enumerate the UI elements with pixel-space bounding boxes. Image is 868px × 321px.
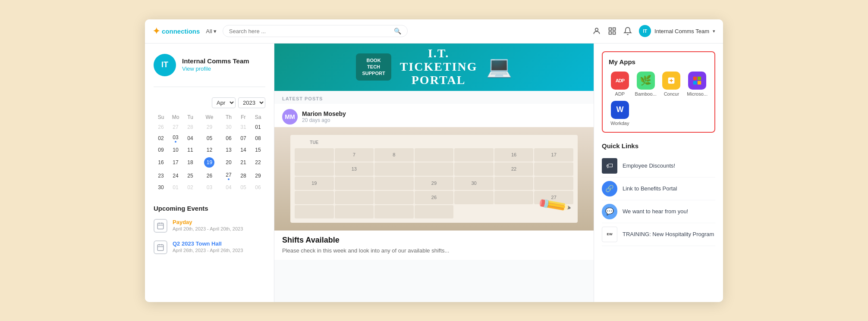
cal-day[interactable]: 04 — [221, 182, 236, 193]
quick-link-benefits[interactable]: 🔗 Link to Benefits Portal — [602, 178, 715, 200]
logo-text: connections — [162, 28, 200, 35]
cal-day[interactable]: 14 — [236, 145, 251, 155]
profile-icon-btn[interactable] — [592, 27, 601, 35]
svg-rect-14 — [693, 76, 697, 80]
cal-day[interactable]: 05 — [236, 182, 251, 193]
cal-day[interactable]: 31 — [236, 122, 251, 132]
main-layout: IT Internal Comms Team View profile Apr … — [145, 44, 723, 302]
cal-day[interactable]: 15 — [251, 145, 265, 155]
cal-day[interactable]: 17 — [168, 155, 183, 170]
user-name-nav: Internal Comms Team — [654, 28, 709, 34]
cal-day[interactable]: 26 — [154, 122, 168, 132]
cal-day[interactable]: 19 — [198, 155, 221, 170]
cal-day[interactable]: 09 — [154, 145, 168, 155]
logo[interactable]: ✦ connections — [153, 26, 200, 36]
post-author-avatar: MM — [282, 109, 298, 125]
cal-day[interactable]: 13 — [221, 145, 236, 155]
app-item-microsoft[interactable]: Microso... — [686, 72, 708, 97]
cal-day[interactable]: 02 — [183, 182, 198, 193]
search-input[interactable] — [229, 28, 391, 34]
cal-day[interactable]: 23 — [154, 170, 168, 182]
app-item-bamboo[interactable]: 🌿 Bamboo... — [635, 72, 657, 97]
svg-rect-2 — [613, 28, 616, 31]
cal-day[interactable]: 29 — [251, 170, 265, 182]
cal-day[interactable]: 05 — [198, 132, 221, 145]
cal-day[interactable]: 07 — [236, 132, 251, 145]
banner[interactable]: BOOK TECH SUPPORT I.T.TICKETINGPORTAL 💻 — [274, 44, 594, 91]
cal-day[interactable]: 06 — [221, 132, 236, 145]
cal-day[interactable]: 22 — [251, 155, 265, 170]
cal-day[interactable]: 03 — [168, 132, 183, 145]
post-card: MM Marion Moseby 20 days ago TUE — [274, 104, 594, 260]
cal-day[interactable]: 29 — [198, 122, 221, 132]
apps-grid-row2: W Workday — [609, 101, 708, 126]
quick-link-training[interactable]: EW TRAINING: New Hospitality Program — [602, 223, 715, 246]
post-time: 20 days ago — [302, 117, 346, 123]
svg-rect-16 — [693, 81, 697, 84]
cal-day[interactable]: 24 — [168, 170, 183, 182]
svg-rect-4 — [613, 32, 616, 34]
svg-rect-17 — [698, 81, 701, 84]
filter-dropdown[interactable]: All ▾ — [206, 28, 216, 34]
profile-name: Internal Comms Team — [182, 57, 249, 65]
app-item-workday[interactable]: W Workday — [609, 101, 631, 126]
nav-icons: IT Internal Comms Team ▾ — [592, 25, 715, 37]
quick-link-discounts[interactable]: 🏷 Employee Discounts! — [602, 155, 715, 178]
cal-day[interactable]: 18 — [183, 155, 198, 170]
event-title-payday[interactable]: Payday — [173, 219, 243, 225]
cal-header-th: Th — [221, 112, 236, 122]
app-label-bamboo: Bamboo... — [635, 91, 657, 97]
app-item-concur[interactable]: Concur — [660, 72, 683, 97]
quick-link-feedback[interactable]: 💬 We want to hear from you! — [602, 200, 715, 223]
app-label-adp: ADP — [615, 91, 625, 97]
app-item-adp[interactable]: ADP ADP — [609, 72, 631, 97]
cal-day[interactable]: 25 — [183, 170, 198, 182]
event-title-townhall[interactable]: Q2 2023 Town Hall — [173, 240, 243, 247]
cal-day[interactable]: 03 — [198, 182, 221, 193]
adp-icon: ADP — [611, 72, 629, 90]
app-label-microsoft: Microso... — [687, 91, 708, 97]
cal-day[interactable]: 02 — [154, 132, 168, 145]
banner-book-label-3: SUPPORT — [362, 71, 385, 76]
cal-header-mo: Mo — [168, 112, 183, 122]
event-dates-payday: April 20th, 2023 - April 20th, 2023 — [173, 226, 243, 231]
cal-day[interactable]: 21 — [236, 155, 251, 170]
logo-icon: ✦ — [153, 26, 160, 36]
cal-day[interactable]: 16 — [154, 155, 168, 170]
profile-info: Internal Comms Team View profile — [182, 57, 249, 72]
cal-day[interactable]: 10 — [168, 145, 183, 155]
cal-day[interactable]: 30 — [221, 122, 236, 132]
user-icon — [592, 27, 601, 35]
month-select[interactable]: Apr — [212, 97, 236, 108]
post-header: MM Marion Moseby 20 days ago — [274, 104, 594, 127]
cal-day[interactable]: 01 — [251, 122, 265, 132]
view-profile-link[interactable]: View profile — [182, 65, 211, 72]
post-author-name: Marion Moseby — [302, 110, 346, 117]
cal-day[interactable]: 27 — [221, 170, 236, 182]
cal-day[interactable]: 27 — [168, 122, 183, 132]
upcoming-events-section: Upcoming Events Payday April 20th, 2023 … — [154, 205, 265, 254]
my-apps-title: My Apps — [609, 58, 708, 65]
cal-day[interactable]: 08 — [251, 132, 265, 145]
cal-day[interactable]: 11 — [183, 145, 198, 155]
cal-day[interactable]: 26 — [198, 170, 221, 182]
svg-rect-5 — [157, 223, 164, 229]
cal-day[interactable]: 12 — [198, 145, 221, 155]
concur-icon — [662, 72, 680, 90]
year-select[interactable]: 2023 — [238, 97, 265, 108]
svg-rect-15 — [698, 76, 701, 80]
cal-day[interactable]: 04 — [183, 132, 198, 145]
user-badge[interactable]: IT Internal Comms Team ▾ — [639, 25, 715, 37]
cal-day[interactable]: 20 — [221, 155, 236, 170]
cal-day[interactable]: 28 — [236, 170, 251, 182]
cal-day[interactable]: 28 — [183, 122, 198, 132]
cal-day[interactable]: 30 — [154, 182, 168, 193]
cal-day[interactable]: 06 — [251, 182, 265, 193]
cal-day[interactable]: 01 — [168, 182, 183, 193]
search-bar: 🔍 — [223, 25, 408, 37]
quick-links-title: Quick Links — [602, 142, 715, 150]
bell-icon-btn[interactable] — [623, 27, 632, 35]
grid-icon-btn[interactable] — [608, 27, 616, 35]
chevron-down-icon: ▾ — [214, 28, 217, 34]
app-label-workday: Workday — [610, 121, 629, 126]
